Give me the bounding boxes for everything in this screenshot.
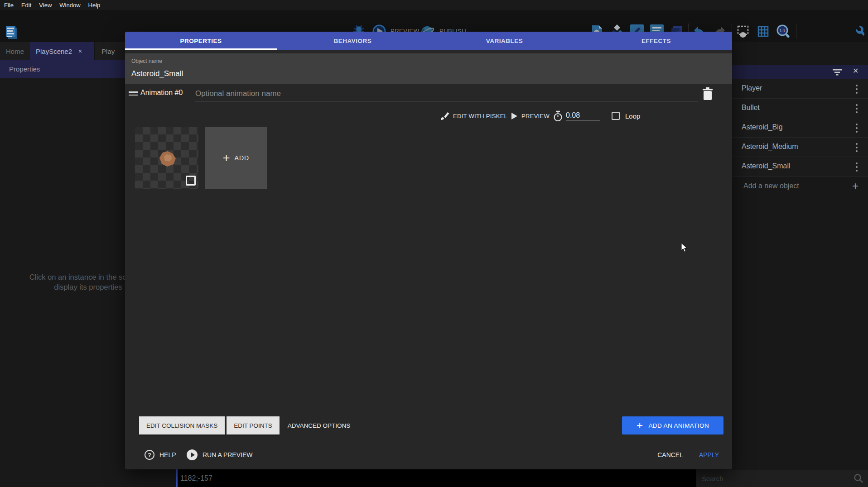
dialog-tab-bar: PROPERTIES BEHAVIORS VARIABLES EFFECTS [125,32,732,50]
stopwatch-icon [553,110,563,122]
search-icon [854,473,863,483]
plus-icon: + [637,421,643,430]
close-icon[interactable]: ✕ [853,67,858,75]
cancel-button[interactable]: CANCEL [657,446,683,464]
advanced-options-button[interactable]: ADVANCED OPTIONS [282,416,356,434]
run-preview-icon [186,449,198,461]
time-between-frames-control [553,108,600,124]
edit-points-button[interactable]: EDIT POINTS [227,416,280,434]
zoom-actual-icon[interactable]: 1:1 [776,24,790,38]
play-icon [511,112,518,120]
menu-view[interactable]: View [39,2,52,9]
plus-icon: + [852,180,858,192]
svg-text:1:1: 1:1 [780,29,786,33]
kebab-menu-icon[interactable] [854,142,859,153]
search-input[interactable] [702,472,851,485]
tab-properties[interactable]: PROPERTIES [125,32,277,50]
scene-status-bar: 1182;-157 [176,469,696,487]
kebab-menu-icon[interactable] [854,123,859,134]
dialog-footer-buttons: EDIT COLLISION MASKS EDIT POINTS ADVANCE… [139,416,356,434]
frame-select-checkbox[interactable] [186,176,196,186]
svg-text:?: ? [148,452,151,458]
edit-with-piskel-button[interactable]: EDIT WITH PISKEL [440,108,507,124]
selection-mask-icon[interactable] [736,24,750,38]
animation-preview-button[interactable]: PREVIEW [511,108,550,124]
filter-icon[interactable] [831,67,843,77]
tab-variables[interactable]: VARIABLES [429,32,580,50]
add-frame-button[interactable]: + ADD [205,127,267,189]
help-button[interactable]: ? HELP [144,446,176,464]
object-name-input[interactable] [131,67,358,81]
run-a-preview-button[interactable]: RUN A PREVIEW [186,446,252,464]
toolbar-separator [796,24,796,39]
animation-name-input[interactable] [195,86,698,101]
grid-icon[interactable] [756,24,770,38]
mouse-cursor [681,243,688,253]
loop-control: Loop [612,108,640,124]
kebab-menu-icon[interactable] [854,84,859,95]
add-an-animation-button[interactable]: + ADD AN ANIMATION [622,416,723,434]
tab-home-label: Home [6,48,24,55]
help-icon: ? [144,449,155,460]
tab-effects[interactable]: EFFECTS [580,32,732,50]
asteroid-sprite [159,151,177,167]
cursor-coordinates[interactable]: 1182;-157 [178,474,212,482]
project-manager-icon[interactable] [4,24,19,40]
kebab-menu-icon[interactable] [854,103,859,114]
animation-frame-thumbnail[interactable] [135,127,198,189]
brush-icon [440,111,449,121]
objects-search-bar [696,470,868,487]
tab-play-label: Play [101,48,115,55]
menu-file[interactable]: File [4,2,14,9]
object-name-field: Object name [125,53,732,84]
tab-close-icon[interactable]: × [78,48,82,55]
menu-edit[interactable]: Edit [21,2,31,9]
properties-panel-title: Properties [9,65,40,73]
tab-home[interactable]: Home [0,42,30,60]
edit-collision-masks-button[interactable]: EDIT COLLISION MASKS [139,416,225,434]
plus-icon: + [223,153,230,162]
object-editor-dialog: PROPERTIES BEHAVIORS VARIABLES EFFECTS O… [125,32,732,469]
trash-icon[interactable] [702,87,714,100]
tab-behaviors[interactable]: BEHAVIORS [277,32,429,50]
tab-playscene2-label: PlayScene2 [36,48,72,55]
object-name-label: Object name [131,58,162,64]
time-between-frames-input[interactable] [566,111,600,121]
animation-drag-handle[interactable] [129,91,138,97]
kebab-menu-icon[interactable] [854,162,859,172]
menu-window[interactable]: Window [59,2,80,9]
wrench-icon[interactable] [851,24,864,38]
loop-checkbox[interactable] [612,112,620,120]
menu-help[interactable]: Help [88,2,101,9]
active-tab-indicator [125,48,277,50]
apply-button[interactable]: APPLY [699,446,719,464]
gdevelop-app: File Edit View Window Help PREVIEW [0,0,868,487]
menu-bar: File Edit View Window Help [0,0,868,10]
loop-label: Loop [625,112,640,120]
tab-playscene2[interactable]: PlayScene2 × [30,42,94,60]
animation-title: Animation #0 [140,89,183,97]
